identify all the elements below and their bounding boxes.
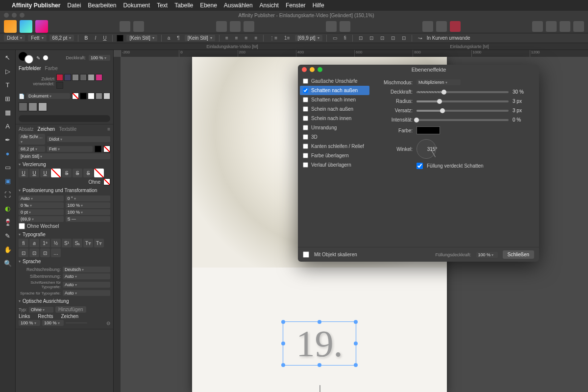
text-bg-panel[interactable] xyxy=(103,146,110,152)
fx-inner-glow[interactable]: Schein nach innen xyxy=(300,114,369,123)
persona-publisher-icon[interactable] xyxy=(4,20,17,33)
fx-offset-slider[interactable] xyxy=(416,110,509,112)
artistic-text-tool-icon[interactable]: A xyxy=(3,122,12,130)
otf-icon[interactable]: ⊡ xyxy=(378,35,386,41)
toolbar-rect-icon[interactable] xyxy=(436,21,447,32)
align-left-icon[interactable]: ≡ xyxy=(223,35,230,41)
typo-sup-icon[interactable]: S¹ xyxy=(62,239,72,247)
glyph-icon[interactable]: fi xyxy=(342,35,348,41)
otf-icon[interactable]: ⊡ xyxy=(400,35,408,41)
menu-fenster[interactable]: Fenster xyxy=(286,2,306,9)
menu-dokument[interactable]: Dokument xyxy=(123,2,150,9)
char-style-dropdown[interactable]: [Kein Stil] xyxy=(126,35,157,41)
tab-color[interactable]: Farbe xyxy=(45,66,58,71)
palette-dropdown[interactable]: Dokument xyxy=(26,93,70,99)
add-button[interactable]: Hinzufügen xyxy=(55,306,86,313)
tab-swatches[interactable]: Farbfelder xyxy=(19,66,41,71)
section-position[interactable]: Positionierung und Transformation xyxy=(19,186,110,195)
section-decoration[interactable]: Verzierung xyxy=(19,160,110,169)
tab-textstile[interactable]: Textstile xyxy=(59,126,76,132)
para-panel-icon[interactable]: ¶ xyxy=(175,35,181,41)
tab-absatz[interactable]: Absatz xyxy=(19,126,34,132)
menu-tabelle[interactable]: Tabelle xyxy=(174,2,193,9)
number-list-icon[interactable]: 1≡ xyxy=(282,35,292,41)
gradient-tool-icon[interactable]: ◐ xyxy=(3,204,12,213)
toolbar-align-icon[interactable] xyxy=(560,21,570,32)
shear-field[interactable]: S — xyxy=(66,216,111,222)
hand-tool-icon[interactable]: ✋ xyxy=(3,245,12,254)
fx-checkbox[interactable] xyxy=(303,125,308,130)
close-button[interactable]: Schließen xyxy=(503,250,534,259)
fx-checkbox[interactable] xyxy=(303,144,308,149)
move-tool-icon[interactable]: ↖ xyxy=(3,53,12,62)
typo-sub-icon[interactable]: S₁ xyxy=(73,239,82,247)
kerning-field[interactable]: Auto xyxy=(19,196,64,201)
fx-offset-value[interactable]: 3 px xyxy=(513,108,532,113)
zoom-tool-icon[interactable]: 🔍 xyxy=(3,259,12,268)
recent-swatches[interactable] xyxy=(56,74,110,89)
toolbar-pin-icon[interactable] xyxy=(326,21,337,32)
align-center-icon[interactable]: ≡ xyxy=(233,35,240,41)
typo-opt-icon[interactable]: ⊡ xyxy=(19,248,28,257)
char-style-panel[interactable]: [Kein Stil] xyxy=(19,153,110,159)
rectangle-tool-icon[interactable]: ▭ xyxy=(3,163,12,172)
curves-icon[interactable]: ↝ xyxy=(416,35,424,41)
menu-hilfe[interactable]: Hilfe xyxy=(313,2,324,9)
fx-gaussian-blur[interactable]: Gaußsche Unschärfe xyxy=(300,76,369,86)
align-justify-icon[interactable]: ≡ xyxy=(252,35,259,41)
swatch[interactable] xyxy=(38,102,47,111)
typolang-dropdown[interactable]: Auto xyxy=(63,290,110,296)
toolbar-align-icon[interactable] xyxy=(532,21,543,32)
fx-opacity-slider[interactable] xyxy=(416,91,509,93)
node-tool-icon[interactable]: ▷ xyxy=(3,67,12,75)
textframe-icon[interactable]: ▭ xyxy=(331,35,339,41)
dialog-min-icon[interactable] xyxy=(310,67,315,72)
leading-field[interactable]: [69,9 pt] xyxy=(295,35,322,41)
fx-opacity-value[interactable]: 30 % xyxy=(513,89,532,95)
text-tool-icon[interactable]: T xyxy=(3,80,12,89)
fx-checkbox[interactable] xyxy=(303,134,308,140)
underline-none-icon[interactable]: U xyxy=(19,169,28,177)
italic-button[interactable]: I xyxy=(93,35,98,41)
frame-text-tool-icon[interactable]: ⊞ xyxy=(3,94,12,103)
fx-intensity-slider[interactable] xyxy=(416,119,509,121)
opacity-field[interactable]: 100 % xyxy=(89,55,110,61)
fx-color-overlay[interactable]: Farbe überlagern xyxy=(300,151,369,160)
bold-button[interactable]: B xyxy=(82,35,90,41)
otf-icon[interactable]: ⊡ xyxy=(357,35,365,41)
fx-color-well[interactable] xyxy=(416,126,440,134)
typo-opt-icon[interactable]: ⊡ xyxy=(40,248,50,257)
toolbar-icon[interactable] xyxy=(133,21,144,32)
para-style-dropdown[interactable]: [Kein Stil] xyxy=(185,35,215,41)
toolbar-icon[interactable] xyxy=(244,21,254,32)
underline-single-icon[interactable]: U xyxy=(29,169,39,177)
persona-photo-icon[interactable] xyxy=(35,20,48,33)
dialog-close-icon[interactable] xyxy=(302,67,307,72)
fx-radius-slider[interactable] xyxy=(416,100,509,102)
palette-swatches[interactable] xyxy=(72,93,110,99)
blendmode-dropdown[interactable]: Multiplizieren xyxy=(416,79,461,85)
type-dropdown[interactable]: Ohne xyxy=(29,307,53,313)
eyedropper-icon[interactable]: ✎ xyxy=(36,55,40,61)
optical-right-field[interactable]: 100 % xyxy=(42,320,64,326)
text-color-panel[interactable] xyxy=(95,146,101,152)
fx-intensity-value[interactable]: 0 % xyxy=(513,117,532,122)
typo-sc-icon[interactable]: Tᴛ xyxy=(83,239,93,247)
font-collection-dropdown[interactable]: Alle Schr… xyxy=(19,134,45,145)
font-weight-panel[interactable]: Fett xyxy=(47,146,93,152)
typo-opt-icon[interactable]: ⊡ xyxy=(29,248,39,257)
underline-double-icon[interactable]: U xyxy=(40,169,50,177)
menu-text[interactable]: Text xyxy=(157,2,168,9)
strike-none-icon[interactable]: S xyxy=(62,169,72,177)
optical-char-field[interactable] xyxy=(66,322,87,323)
typo-cap-icon[interactable]: Tᴛ xyxy=(94,239,104,247)
app-menu[interactable]: Affinity Publisher xyxy=(12,2,60,9)
fx-checkbox[interactable] xyxy=(303,162,308,168)
window-min-icon[interactable] xyxy=(12,13,17,18)
section-optical[interactable]: Optische Ausrichtung xyxy=(19,297,110,305)
otf-icon[interactable]: ⊡ xyxy=(389,35,397,41)
menu-bearbeiten[interactable]: Bearbeiten xyxy=(88,2,116,9)
menu-ansicht[interactable]: Ansicht xyxy=(260,2,279,9)
crop-tool-icon[interactable]: ⛶ xyxy=(3,190,12,199)
persona-designer-icon[interactable] xyxy=(20,20,32,33)
